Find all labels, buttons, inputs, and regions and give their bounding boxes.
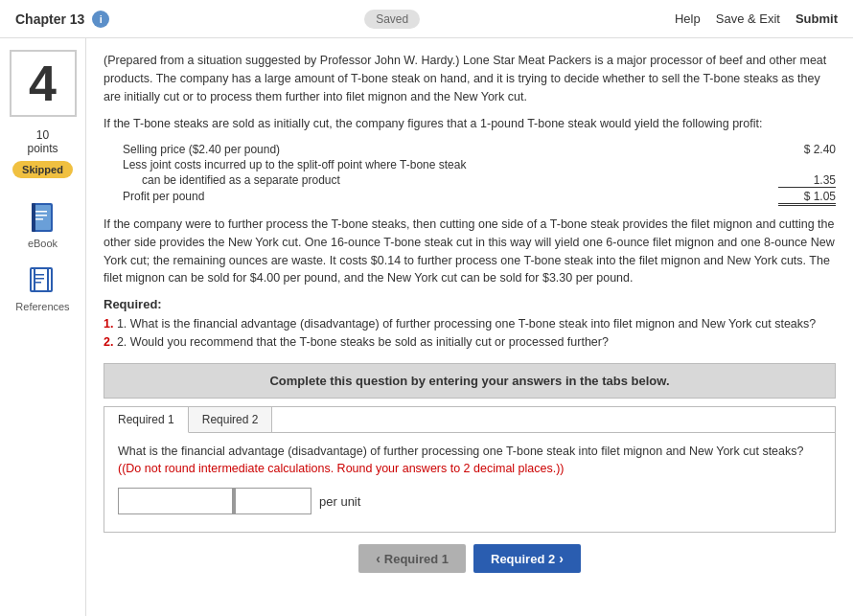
table-row-1: Selling price ($2.40 per pound) $ 2.40 (123, 143, 836, 156)
ebook-link[interactable]: eBook (28, 201, 58, 249)
next-label: Required 2 (491, 552, 555, 566)
tab-required-1[interactable]: Required 1 (104, 407, 189, 433)
table-row-2: Less joint costs incurred up to the spli… (123, 158, 836, 171)
tab2-label: Required 2 (202, 413, 259, 426)
complete-box-text: Complete this question by entering your … (269, 374, 669, 388)
svg-rect-10 (35, 282, 41, 284)
skipped-badge: Skipped (12, 161, 73, 178)
tab1-note-text: (Do not round intermediate calculations.… (122, 462, 560, 475)
svg-rect-6 (31, 268, 48, 291)
references-label: References (15, 301, 69, 312)
per-unit-label: per unit (319, 494, 360, 509)
table-row-3: Profit per pound $ 1.05 (123, 190, 836, 206)
svg-rect-3 (35, 211, 47, 213)
tab1-note: ((Do not round intermediate calculations… (118, 462, 565, 475)
required-title: Required: (104, 297, 836, 311)
ebook-label: eBook (28, 238, 58, 249)
req2-body: 2. Would you recommend that the T-bone s… (117, 335, 609, 349)
question-number: 4 (10, 50, 77, 117)
tab1-question: What is the financial advantage (disadva… (118, 443, 821, 479)
req1-body: 1. What is the financial advantage (disa… (117, 317, 816, 331)
content-area: (Prepared from a situation suggested by … (86, 38, 853, 616)
ref-svg (29, 266, 56, 297)
row2-label: Less joint costs incurred up to the spli… (123, 158, 778, 171)
svg-rect-7 (35, 268, 52, 291)
tab1-question-text: What is the financial advantage (disadva… (118, 445, 803, 458)
req1-text: 1. 1. What is the financial advantage (d… (104, 315, 836, 333)
tabs-header: Required 1 Required 2 (104, 407, 835, 433)
prev-button[interactable]: ‹ Required 1 (358, 544, 466, 573)
info-icon[interactable]: i (92, 11, 109, 28)
svg-rect-2 (32, 203, 35, 232)
help-button[interactable]: Help (675, 11, 701, 26)
header-left: Chapter 13 i (15, 11, 109, 28)
problem-part2: If the company were to further process t… (104, 216, 836, 287)
svg-rect-9 (35, 278, 44, 280)
next-arrow-icon: › (559, 551, 564, 566)
saved-badge: Saved (364, 10, 420, 29)
req2-text: 2. 2. Would you recommend that the T-bon… (104, 333, 836, 352)
problem-intro: (Prepared from a situation suggested by … (104, 52, 836, 105)
intro-text: (Prepared from a situation suggested by … (104, 54, 826, 103)
row2-value (778, 158, 836, 171)
points-label: 10 (36, 128, 49, 142)
book-svg (28, 201, 58, 236)
row2b-label: can be identified as a separate product (123, 173, 778, 188)
ebook-icon (28, 201, 58, 236)
tab-required-2[interactable]: Required 2 (189, 407, 273, 432)
answer-input-left[interactable] (118, 488, 233, 514)
tab1-label: Required 1 (118, 413, 174, 426)
save-exit-button[interactable]: Save & Exit (716, 11, 780, 26)
row2b-value: 1.35 (778, 173, 836, 188)
req1-num: 1. (104, 317, 117, 331)
next-button[interactable]: Required 2 › (473, 544, 581, 573)
nav-buttons: ‹ Required 1 Required 2 › (104, 544, 836, 573)
answer-input-row: per unit (118, 488, 821, 514)
problem-part1: If the T-bone steaks are sold as initial… (104, 115, 836, 133)
sidebar: 4 10 points Skipped eBook (0, 38, 86, 616)
req2-num: 2. (104, 335, 117, 349)
table-row-2b: can be identified as a separate product … (123, 173, 836, 188)
prev-arrow-icon: ‹ (376, 551, 380, 566)
row1-value: $ 2.40 (778, 143, 836, 156)
row1-label: Selling price ($2.40 per pound) (123, 143, 778, 156)
row3-label: Profit per pound (123, 190, 778, 206)
required-section: Required: 1. 1. What is the financial ad… (104, 297, 836, 352)
answer-input-right[interactable] (235, 488, 311, 514)
part2-text: If the company were to further process t… (104, 217, 835, 285)
references-icon (27, 264, 58, 299)
svg-rect-5 (35, 218, 43, 220)
header: Chapter 13 i Saved Help Save & Exit Subm… (0, 0, 853, 38)
saved-indicator: Saved (364, 11, 420, 26)
row3-value: $ 1.05 (778, 190, 836, 206)
submit-button[interactable]: Submit (795, 11, 838, 26)
tabs-container: Required 1 Required 2 What is the financ… (104, 406, 836, 534)
chapter-title: Chapter 13 (15, 11, 84, 27)
points-unit: points (27, 142, 58, 155)
main-layout: 4 10 points Skipped eBook (0, 38, 853, 616)
prev-label: Required 1 (384, 552, 449, 566)
profit-table: Selling price ($2.40 per pound) $ 2.40 L… (123, 143, 836, 206)
svg-rect-4 (35, 215, 47, 217)
references-link[interactable]: References (15, 264, 69, 312)
svg-rect-8 (35, 274, 44, 276)
complete-box: Complete this question by entering your … (104, 363, 836, 399)
svg-rect-1 (34, 205, 51, 230)
header-right: Help Save & Exit Submit (675, 11, 838, 26)
part1-text: If the T-bone steaks are sold as initial… (104, 117, 762, 130)
tab1-content: What is the financial advantage (disadva… (104, 433, 835, 533)
